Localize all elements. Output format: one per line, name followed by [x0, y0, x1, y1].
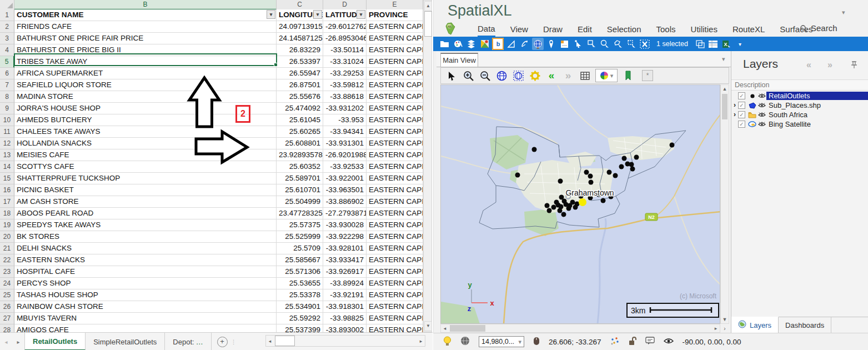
select-point-icon[interactable]: [572, 38, 584, 50]
pointer-tool-icon[interactable]: [445, 69, 458, 82]
globe-tool-icon[interactable]: [532, 38, 544, 50]
data-cell[interactable]: 25.61045: [277, 114, 323, 126]
data-cell[interactable]: -33.933417: [323, 254, 367, 266]
menu-selection[interactable]: Selection: [607, 23, 641, 36]
row-header-9[interactable]: 9: [0, 103, 14, 114]
outlet-marker[interactable]: [607, 170, 612, 175]
row-header-15[interactable]: 15: [0, 173, 14, 184]
data-cell[interactable]: 25.53655: [277, 278, 323, 289]
data-cell[interactable]: EASTERN CAPE: [367, 173, 423, 184]
data-cell[interactable]: 25.571306: [277, 266, 323, 278]
data-cell[interactable]: AM CASH STORE: [14, 196, 277, 208]
data-cell[interactable]: -26.89530464: [323, 33, 367, 44]
data-cell[interactable]: 25.474092: [277, 103, 323, 114]
zoom-in-icon[interactable]: [462, 69, 474, 82]
panel-back-icon[interactable]: «: [806, 60, 811, 70]
row-header-24[interactable]: 24: [0, 278, 14, 289]
column-header-B[interactable]: B: [14, 0, 277, 10]
row-header-8[interactable]: 8: [0, 91, 14, 103]
filter-dropdown-icon[interactable]: ▾: [313, 10, 322, 19]
symbology-icon[interactable]: [452, 38, 464, 50]
data-cell[interactable]: -33.886902: [323, 196, 367, 208]
row-header-3[interactable]: 3: [0, 33, 14, 44]
map-scroll-corner-icon[interactable]: ›: [720, 324, 729, 333]
data-cell[interactable]: EASTERN CAPE: [367, 56, 423, 68]
row-header-21[interactable]: 21: [0, 243, 14, 254]
row-header-2[interactable]: 2: [0, 21, 14, 33]
select-rectangle-icon[interactable]: [585, 38, 597, 50]
row-header-25[interactable]: 25: [0, 289, 14, 301]
data-cell[interactable]: -33.50114: [323, 44, 367, 56]
layer-checkbox[interactable]: ✓: [738, 121, 745, 128]
outlet-marker[interactable]: [588, 174, 593, 179]
deselect-icon[interactable]: [625, 38, 637, 50]
map-hscroll-thumb[interactable]: [450, 325, 485, 332]
data-cell[interactable]: 25.60352: [277, 161, 323, 173]
sheet-hscroll-thumb[interactable]: [275, 336, 295, 346]
data-cell[interactable]: 25.53378: [277, 289, 323, 301]
data-cell[interactable]: -33.922298: [323, 231, 367, 243]
data-cell[interactable]: 23.92893578: [277, 149, 323, 161]
data-cell[interactable]: ABOOS PEARL ROAD: [14, 208, 277, 219]
data-cell[interactable]: EASTERN CAPE: [367, 114, 423, 126]
outlet-marker[interactable]: [568, 203, 573, 208]
header-cell[interactable]: PROVINCE: [367, 9, 423, 21]
data-cell[interactable]: -33.918301: [323, 301, 367, 313]
row-header-19[interactable]: 19: [0, 219, 14, 231]
zoom-to-selection-icon[interactable]: [512, 69, 524, 82]
sheet-vscroll-thumb[interactable]: [424, 11, 432, 37]
outlet-marker[interactable]: [613, 173, 618, 178]
data-cell[interactable]: 25.534901: [277, 301, 323, 313]
header-cell[interactable]: LONGITUDE▾: [277, 9, 323, 21]
layer-item-sub-places-shp[interactable]: ›✓Sub_Places.shp: [731, 101, 868, 110]
data-cell[interactable]: -33.931301: [323, 138, 367, 149]
outlet-marker[interactable]: [532, 147, 537, 152]
grid-view-icon[interactable]: [579, 69, 591, 82]
outlet-marker[interactable]: [547, 208, 552, 213]
data-cell[interactable]: EASTERN CAPE: [367, 196, 423, 208]
unlock-icon[interactable]: [628, 336, 636, 347]
data-cell[interactable]: EASTERN CAPE: [367, 103, 423, 114]
data-cell[interactable]: PERCYS SHOP: [14, 278, 277, 289]
map-horizontal-scrollbar[interactable]: ◂ ▸: [440, 324, 720, 333]
row-header-22[interactable]: 22: [0, 254, 14, 266]
outlet-marker[interactable]: [554, 200, 559, 205]
row-header-11[interactable]: 11: [0, 126, 14, 138]
layer-label[interactable]: South Africa: [766, 111, 810, 119]
zoom-full-extent-icon[interactable]: [495, 69, 508, 82]
data-cell[interactable]: EASTERN CAPE: [367, 208, 423, 219]
data-cell[interactable]: 25.608801: [277, 138, 323, 149]
data-cell[interactable]: 25.55676: [277, 91, 323, 103]
sheet-tab-simpleretailoutlets[interactable]: SimpleRetailOutlets: [86, 333, 165, 350]
data-cell[interactable]: EASTERN CAPE: [367, 231, 423, 243]
menu-routexl[interactable]: RouteXL: [732, 23, 765, 36]
outlet-marker[interactable]: [630, 167, 635, 172]
data-cell[interactable]: EASTERN CAPE: [367, 79, 423, 91]
layer-checkbox[interactable]: ✓: [738, 102, 745, 109]
data-cell[interactable]: EASTERN CAPE: [367, 33, 423, 44]
data-cell[interactable]: -29.60127628: [323, 21, 367, 33]
bing-maps-icon[interactable]: b: [492, 38, 504, 50]
data-cell[interactable]: BK STORES: [14, 231, 277, 243]
data-cell[interactable]: HOSPITAL CAFE: [14, 266, 277, 278]
data-cell[interactable]: 24.09713915: [277, 21, 323, 33]
sheet-nav-left-icon[interactable]: ◂: [0, 333, 12, 350]
layer-visibility-eye-icon[interactable]: [757, 92, 766, 100]
row-header-17[interactable]: 17: [0, 196, 14, 208]
column-header-E[interactable]: E: [367, 0, 423, 10]
data-cell[interactable]: EASTERN CAPE: [367, 219, 423, 231]
layer-label[interactable]: RetailOutlets: [766, 92, 868, 100]
header-cell[interactable]: LATITUDE▾: [323, 9, 367, 21]
scroll-down-icon[interactable]: ▼: [424, 321, 432, 331]
outlet-marker[interactable]: [584, 170, 589, 175]
outlet-marker[interactable]: [622, 156, 627, 161]
add-sheet-button[interactable]: +: [217, 337, 228, 347]
data-cell[interactable]: 25.610701: [277, 184, 323, 196]
open-folder-icon[interactable]: [439, 38, 450, 50]
data-cell[interactable]: -33.94341: [323, 126, 367, 138]
data-cell[interactable]: 26.55947: [277, 68, 323, 79]
bookmark-icon[interactable]: [622, 69, 634, 82]
data-cell[interactable]: 24.14587125: [277, 33, 323, 44]
data-cell[interactable]: -27.27938711: [323, 208, 367, 219]
sheet-nav-right-icon[interactable]: ▸: [12, 333, 24, 350]
